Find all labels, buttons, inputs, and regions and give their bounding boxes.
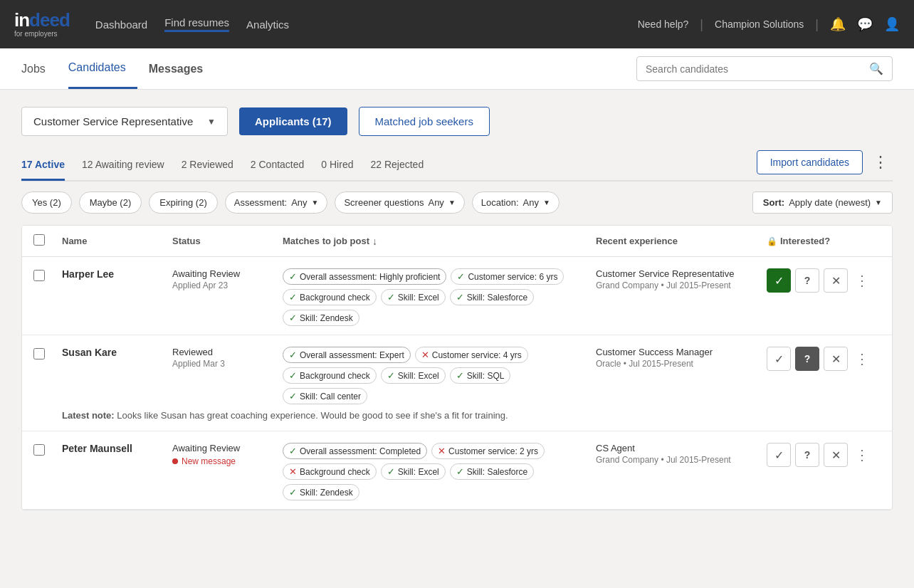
check-icon: ✓ bbox=[289, 446, 297, 456]
interested-maybe-button[interactable]: ? bbox=[795, 268, 819, 293]
status-tab-reviewed[interactable]: 2 Reviewed bbox=[182, 152, 233, 179]
location-filter[interactable]: Location: Any ▼ bbox=[472, 191, 560, 214]
search-bar: 🔍 bbox=[636, 56, 893, 81]
interested-yes-button[interactable]: ✓ bbox=[767, 347, 791, 371]
screener-value: Any bbox=[428, 197, 443, 208]
status-tab-rejected[interactable]: 22 Rejected bbox=[370, 152, 424, 179]
job-dropdown-label: Customer Service Representative bbox=[33, 115, 193, 127]
check-icon: ✓ bbox=[289, 370, 297, 381]
logo-text: indeed bbox=[14, 11, 70, 29]
sort-dropdown[interactable]: Sort: Apply date (newest) ▼ bbox=[752, 191, 893, 214]
job-header: Customer Service Representative ▼ Applic… bbox=[21, 107, 893, 136]
status-tab-contacted[interactable]: 2 Contacted bbox=[251, 152, 305, 179]
job-dropdown[interactable]: Customer Service Representative ▼ bbox=[21, 107, 228, 136]
search-icon[interactable]: 🔍 bbox=[869, 62, 883, 75]
interested-maybe-button[interactable]: ? bbox=[795, 443, 819, 467]
sort-arrow-icon[interactable]: ↓ bbox=[372, 236, 377, 247]
assessment-filter[interactable]: Assessment: Any ▼ bbox=[225, 191, 328, 214]
logo-area: indeed for employers bbox=[14, 11, 70, 38]
cand-recent-company: Grand Company • Jul 2015-Present bbox=[596, 280, 767, 290]
sub-nav-links: Jobs Candidates Messages bbox=[21, 48, 214, 89]
cand-status: Reviewed Applied Mar 3 bbox=[172, 347, 283, 369]
candidate-main: Peter Maunsell Awaiting Review New messa… bbox=[22, 431, 892, 509]
filter-chip-yes[interactable]: Yes (2) bbox=[21, 191, 72, 214]
col-check-header bbox=[33, 234, 62, 248]
match-tag: ✓ Skill: Salesforce bbox=[450, 463, 534, 480]
tab-jobs[interactable]: Jobs bbox=[21, 48, 57, 89]
tab-candidates[interactable]: Candidates bbox=[68, 48, 137, 89]
match-tag: ✓ Background check bbox=[283, 289, 377, 305]
company-label[interactable]: Champion Solutions bbox=[715, 19, 804, 30]
note-text: Looks like Susan has great coaching expe… bbox=[117, 410, 508, 421]
cand-recent-role: Customer Success Manager bbox=[596, 347, 767, 357]
status-tabs-row: 17 Active 12 Awaiting review 2 Reviewed … bbox=[21, 150, 893, 182]
location-value: Any bbox=[523, 197, 539, 208]
match-tag: ✕ Customer service: 2 yrs bbox=[431, 443, 545, 459]
candidate-2-checkbox[interactable] bbox=[33, 348, 45, 359]
candidate-note: Latest note: Looks like Susan has great … bbox=[22, 410, 892, 431]
match-tag: ✓ Skill: SQL bbox=[450, 367, 511, 384]
table-header: Name Status Matches to job post ↓ Recent… bbox=[22, 226, 892, 257]
nav-link-find-resumes[interactable]: Find resumes bbox=[164, 16, 229, 32]
candidate-1-more-button[interactable]: ⋮ bbox=[852, 272, 872, 289]
nav-link-dashboard[interactable]: Dashboard bbox=[95, 19, 147, 31]
interested-maybe-button[interactable]: ? bbox=[795, 347, 819, 371]
candidate-row: Harper Lee Awaiting Review Applied Apr 2… bbox=[22, 257, 892, 335]
match-tag: ✓ Customer service: 6 yrs bbox=[451, 268, 564, 285]
note-label: Latest note: bbox=[62, 410, 115, 421]
tab-applicants[interactable]: Applicants (17) bbox=[239, 107, 347, 135]
top-nav: indeed for employers Dashboard Find resu… bbox=[0, 0, 914, 48]
col-interested-header: 🔒 Interested? bbox=[767, 236, 881, 246]
cand-check bbox=[33, 347, 62, 362]
new-message-badge: New message bbox=[172, 456, 283, 466]
cand-interested: ✓ ? ✕ ⋮ bbox=[767, 443, 881, 467]
sub-nav: Jobs Candidates Messages 🔍 bbox=[0, 48, 914, 90]
check-icon: ✓ bbox=[456, 292, 464, 303]
screener-filter[interactable]: Screener questions Any ▼ bbox=[335, 191, 464, 214]
logo-sub: for employers bbox=[14, 30, 70, 38]
status-tab-awaiting[interactable]: 12 Awaiting review bbox=[82, 152, 164, 179]
interested-no-button[interactable]: ✕ bbox=[824, 268, 848, 293]
chevron-down-icon: ▼ bbox=[207, 117, 216, 127]
interested-yes-button[interactable]: ✓ bbox=[767, 443, 791, 467]
cand-status-date: Applied Apr 23 bbox=[172, 280, 283, 290]
cand-interested: ✓ ? ✕ ⋮ bbox=[767, 347, 881, 371]
help-link[interactable]: Need help? bbox=[638, 19, 689, 30]
cand-status-date: Applied Mar 3 bbox=[172, 359, 283, 369]
interested-no-button[interactable]: ✕ bbox=[824, 443, 848, 467]
nav-divider: | bbox=[700, 17, 703, 32]
match-tag: ✕ Background check bbox=[283, 463, 377, 480]
candidate-3-more-button[interactable]: ⋮ bbox=[852, 446, 872, 463]
tab-messages[interactable]: Messages bbox=[149, 48, 215, 89]
filter-chips-row: Yes (2) Maybe (2) Expiring (2) Assessmen… bbox=[21, 191, 893, 214]
location-label: Location: bbox=[481, 197, 519, 208]
nav-divider2: | bbox=[815, 17, 819, 32]
filter-chip-maybe[interactable]: Maybe (2) bbox=[79, 191, 142, 214]
status-tab-hired[interactable]: 0 Hired bbox=[321, 152, 353, 179]
interested-yes-button[interactable]: ✓ bbox=[767, 268, 791, 293]
import-candidates-button[interactable]: Import candidates bbox=[757, 150, 863, 174]
interested-no-button[interactable]: ✕ bbox=[824, 347, 848, 371]
user-profile-button[interactable]: 👤 bbox=[884, 16, 900, 32]
select-all-checkbox[interactable] bbox=[33, 234, 45, 246]
search-input[interactable] bbox=[646, 63, 869, 75]
messages-button[interactable]: 💬 bbox=[857, 16, 873, 32]
candidate-2-more-button[interactable]: ⋮ bbox=[852, 350, 872, 367]
filter-chip-expiring[interactable]: Expiring (2) bbox=[149, 191, 217, 214]
nav-link-analytics[interactable]: Analytics bbox=[246, 19, 289, 31]
cand-status-label: Awaiting Review bbox=[172, 268, 283, 279]
cand-name-area: Peter Maunsell bbox=[62, 443, 172, 454]
cand-recent: CS Agent Grand Company • Jul 2015-Presen… bbox=[596, 443, 767, 465]
new-message-text: New message bbox=[182, 456, 236, 466]
tab-matched-job-seekers[interactable]: Matched job seekers bbox=[359, 107, 490, 136]
notifications-button[interactable]: 🔔 bbox=[830, 16, 846, 32]
cand-recent-company: Oracle • Jul 2015-Present bbox=[596, 359, 767, 369]
match-tag: ✓ Overall assessment: Completed bbox=[283, 443, 427, 459]
cand-recent: Customer Success Manager Oracle • Jul 20… bbox=[596, 347, 767, 369]
more-options-button[interactable]: ⋮ bbox=[868, 152, 893, 173]
cand-matches: ✓ Overall assessment: Highly proficient … bbox=[283, 268, 596, 326]
cand-matches: ✓ Overall assessment: Expert ✕ Customer … bbox=[283, 347, 596, 404]
status-tab-active[interactable]: 17 Active bbox=[21, 152, 65, 181]
candidate-1-checkbox[interactable] bbox=[33, 270, 45, 281]
candidate-3-checkbox[interactable] bbox=[33, 444, 45, 456]
